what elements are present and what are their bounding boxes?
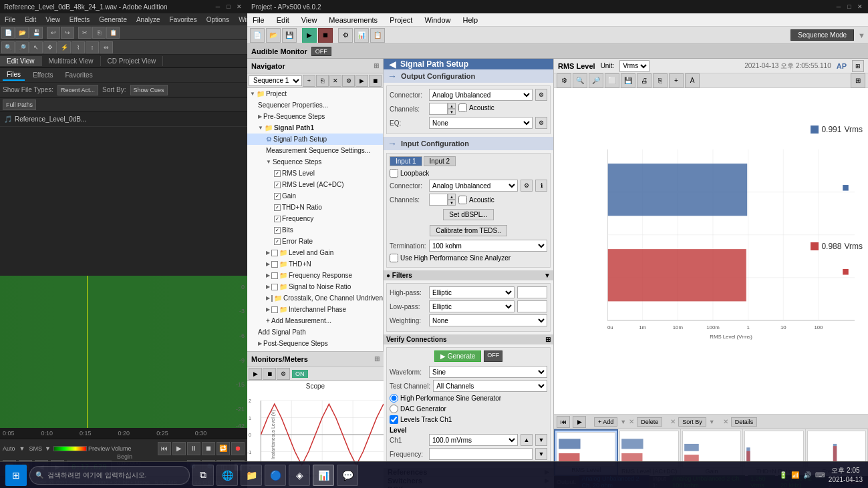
navigator-expand-btn[interactable]: ⊞: [374, 62, 379, 69]
channels-up-btn[interactable]: ▲: [448, 103, 456, 109]
nav-copy-btn[interactable]: ⎘: [316, 75, 329, 87]
apx-menu-help[interactable]: Help: [460, 15, 481, 25]
taskbar-edge2[interactable]: ◈: [289, 465, 310, 486]
tab-files[interactable]: Files: [3, 69, 25, 81]
monitors-stop-btn[interactable]: ⏹: [263, 368, 276, 380]
undo-btn[interactable]: ↩: [47, 27, 60, 39]
connector-settings-btn[interactable]: ⚙: [535, 89, 547, 101]
ch1-level-up-btn[interactable]: ▲: [521, 434, 533, 446]
save-btn[interactable]: 💾: [29, 27, 43, 39]
tree-item-snr[interactable]: ▶ 📁 Signal to Noise Ratio: [247, 281, 383, 292]
tab-favorites[interactable]: Favorites: [61, 70, 97, 80]
apx-run-btn[interactable]: ▶: [302, 28, 317, 43]
apx-menu-project[interactable]: Project: [387, 15, 415, 25]
tab-multitrack-view[interactable]: Multitrack View: [42, 56, 101, 66]
apx-menu-view[interactable]: View: [299, 15, 320, 25]
copy-btn[interactable]: ⎘: [92, 27, 106, 39]
list-item[interactable]: 🎵 Reference_Level_0dB...: [0, 112, 247, 127]
channels-in-down-btn[interactable]: ▼: [448, 200, 456, 206]
chart-zoom-in-btn[interactable]: 🔍: [573, 73, 587, 88]
taskbar-edge[interactable]: 🌐: [216, 465, 238, 486]
weighting-select[interactable]: None: [429, 314, 547, 326]
input1-tab[interactable]: Input 1: [390, 156, 422, 166]
chart-label-btn[interactable]: A: [685, 73, 700, 88]
termination-select[interactable]: 100 kohm: [429, 240, 547, 252]
acoustic-in-label[interactable]: Acoustic: [458, 196, 494, 204]
search-bar[interactable]: 🔍 검색하려면 여기에 입력하십시오.: [29, 466, 190, 485]
high-perf-checkbox[interactable]: [390, 254, 398, 262]
chart-save-btn[interactable]: 💾: [621, 73, 635, 88]
tree-item-gain[interactable]: ✓ Gain: [247, 190, 383, 202]
move-tool-btn[interactable]: ✥: [43, 41, 57, 53]
tree-item-freq-resp[interactable]: ▶ 📁 Frequency Response: [247, 270, 383, 281]
tree-item-rms[interactable]: ✓ RMS Level: [247, 168, 383, 179]
monitors-play-btn[interactable]: ▶: [249, 368, 262, 380]
tree-item-sequence-steps[interactable]: ▼ Sequence Steps: [247, 156, 383, 168]
menu-view[interactable]: View: [43, 16, 62, 23]
tree-item-add-measurement[interactable]: + Add Measurement...: [247, 315, 383, 326]
slip-btn[interactable]: ⇔: [100, 41, 113, 53]
waveform-area[interactable]: 0 -3 -6 -9 -15 -21 -42 0:05 0:10 0:15 0:…: [0, 276, 247, 439]
chart-copy-btn[interactable]: ⎘: [653, 73, 668, 88]
eq-settings-btn[interactable]: ⚙: [535, 117, 547, 129]
fade-btn[interactable]: ⌇: [71, 41, 85, 53]
apx-close-btn[interactable]: ✕: [856, 3, 864, 11]
tree-item-freq[interactable]: ✓ Frequency: [247, 213, 383, 224]
tree-item-crosstalk[interactable]: ▶ 📁 Crosstalk, One Channel Undriven: [247, 292, 383, 304]
levels-track-label[interactable]: Levels Track Ch1: [390, 415, 452, 424]
menu-file[interactable]: File: [3, 16, 17, 23]
connector-select[interactable]: Analog Unbalanced: [429, 89, 533, 101]
tree-item-pre-seq[interactable]: ▶ Pre-Sequence Steps: [247, 111, 383, 122]
show-files-btn[interactable]: Recent Act...: [57, 85, 98, 95]
tree-item-error-rate[interactable]: ✓ Error Rate: [247, 236, 383, 247]
apx-menu-file[interactable]: File: [250, 15, 267, 25]
bottom-delete-btn[interactable]: Delete: [637, 417, 662, 427]
apx-restore-btn[interactable]: □: [845, 3, 853, 11]
high-perf-sine-radio-label[interactable]: High Performance Sine Generator: [390, 394, 501, 403]
tree-item-interchannel[interactable]: ▶ 📁 Interchannel Phase: [247, 304, 383, 315]
highpass-freq-input[interactable]: 20 Hz: [517, 286, 547, 298]
tree-item-add-signal-path[interactable]: Add Signal Path: [247, 326, 383, 338]
chart-expand-btn[interactable]: ⊞: [852, 60, 864, 72]
loopback-checkbox[interactable]: [390, 169, 398, 178]
zoom-in-btn[interactable]: 🔍: [1, 41, 15, 53]
acoustic-label[interactable]: Acoustic: [458, 103, 494, 112]
tree-item-bits[interactable]: ✓ Bits: [247, 224, 383, 236]
minimize-btn[interactable]: ─: [214, 3, 222, 11]
bottom-details-btn[interactable]: Details: [731, 417, 758, 427]
start-button[interactable]: ⊞: [5, 465, 27, 486]
loopback-label[interactable]: Loopback: [390, 169, 429, 178]
apx-menu-edit[interactable]: Edit: [274, 15, 292, 25]
tab-effects[interactable]: Effects: [29, 70, 57, 80]
paste-btn[interactable]: 📋: [106, 27, 120, 39]
tree-item-thd[interactable]: ▶ 📁 THD+N: [247, 258, 383, 270]
taskbar-chat[interactable]: 💬: [337, 465, 358, 486]
waveform-select[interactable]: Sine: [429, 366, 547, 378]
acoustic-in-checkbox[interactable]: [458, 196, 467, 204]
record-btn[interactable]: ⏺: [231, 442, 245, 455]
sort-btn[interactable]: Show Cues: [130, 85, 168, 95]
generate-btn[interactable]: ▶ Generate: [434, 350, 482, 362]
select-tool-btn[interactable]: ↖: [29, 41, 43, 53]
bottom-add-btn[interactable]: + Add: [594, 417, 617, 427]
ch1-level-down-btn[interactable]: ▼: [535, 434, 547, 446]
connector-in-settings-btn[interactable]: ⚙: [521, 180, 533, 192]
apx-table-btn[interactable]: 📋: [370, 28, 385, 43]
tree-item-signal-path1[interactable]: ▼ 📁 Signal Path1: [247, 122, 383, 134]
menu-favorites[interactable]: Favorites: [168, 16, 199, 23]
signal-back-btn[interactable]: ◀: [389, 59, 396, 69]
apx-settings-btn[interactable]: ⚙: [338, 28, 353, 43]
tree-item-signal-path-setup[interactable]: ⚙ Signal Path Setup: [247, 134, 383, 145]
full-paths-btn[interactable]: Full Paths: [3, 99, 36, 110]
chart-print-btn[interactable]: 🖨: [637, 73, 652, 88]
monitor-off-btn[interactable]: OFF: [311, 47, 331, 56]
unit-select[interactable]: Vrms: [619, 60, 649, 72]
input2-tab[interactable]: Input 2: [424, 156, 456, 166]
apx-menu-window[interactable]: Window: [422, 15, 453, 25]
tree-item-project[interactable]: ▼ 📁 Project: [247, 88, 383, 99]
channels-input[interactable]: 2: [429, 103, 448, 115]
chart-zoom-out-btn[interactable]: 🔎: [589, 73, 603, 88]
redo-btn[interactable]: ↪: [61, 27, 74, 39]
apx-minimize-btn[interactable]: ─: [835, 3, 843, 11]
monitors-expand-btn[interactable]: ⊞: [374, 355, 380, 362]
